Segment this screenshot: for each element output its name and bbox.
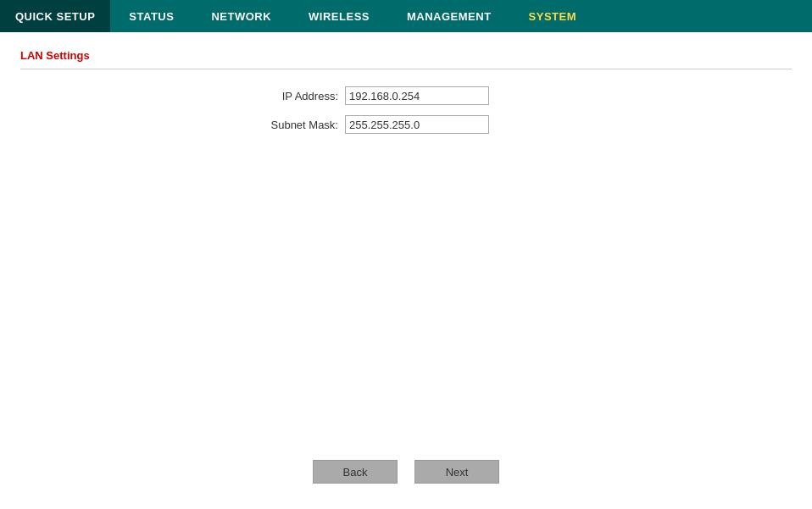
ip-address-label: IP Address: (228, 90, 338, 102)
section-divider (20, 69, 792, 69)
form-area: IP Address: Subnet Mask: (20, 86, 792, 144)
nav-system[interactable]: SYSTEM (510, 0, 595, 32)
nav-quick-setup[interactable]: QUICK SETUP (0, 0, 110, 32)
subnet-mask-input[interactable] (345, 115, 489, 134)
nav-management[interactable]: MANAGEMENT (388, 0, 510, 32)
section-title: LAN Settings (20, 49, 792, 62)
nav-status[interactable]: STATUS (110, 0, 192, 32)
subnet-mask-label: Subnet Mask: (228, 119, 338, 131)
next-button[interactable]: Next (414, 460, 499, 484)
back-button[interactable]: Back (313, 460, 398, 484)
nav-wireless[interactable]: WIRELESS (290, 0, 388, 32)
button-area: Back Next (313, 460, 499, 484)
subnet-mask-row: Subnet Mask: (228, 115, 584, 134)
page-wrapper: LAN Settings IP Address: Subnet Mask: Ba… (0, 32, 812, 509)
ip-address-input[interactable] (345, 86, 489, 105)
ip-address-row: IP Address: (228, 86, 584, 105)
main-content: LAN Settings IP Address: Subnet Mask: (0, 32, 812, 161)
nav-network[interactable]: NETWORK (192, 0, 290, 32)
main-nav: QUICK SETUP STATUS NETWORK WIRELESS MANA… (0, 0, 812, 32)
